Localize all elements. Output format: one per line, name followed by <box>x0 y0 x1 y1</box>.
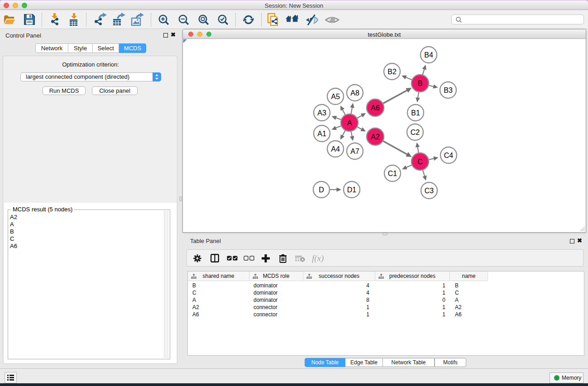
svg-text:B3: B3 <box>444 86 453 94</box>
svg-text:B: B <box>418 80 423 87</box>
svg-text:A: A <box>347 119 352 127</box>
svg-text:C3: C3 <box>425 187 434 195</box>
svg-text:B2: B2 <box>387 68 397 76</box>
svg-text:A7: A7 <box>350 148 359 155</box>
svg-text:B1: B1 <box>411 109 420 117</box>
svg-text:A4: A4 <box>331 145 340 153</box>
svg-text:C2: C2 <box>411 129 420 136</box>
svg-text:A6: A6 <box>371 104 380 112</box>
svg-text:C: C <box>417 158 423 166</box>
svg-text:D1: D1 <box>347 186 357 194</box>
svg-text:A1: A1 <box>317 130 326 138</box>
svg-text:B4: B4 <box>424 51 433 59</box>
svg-text:A8: A8 <box>350 89 359 97</box>
svg-text:A3: A3 <box>317 109 326 117</box>
svg-text:A5: A5 <box>331 93 340 100</box>
svg-text:C4: C4 <box>444 152 454 159</box>
svg-text:C1: C1 <box>388 170 397 177</box>
svg-text:A2: A2 <box>371 133 380 141</box>
svg-text:D: D <box>319 186 324 194</box>
